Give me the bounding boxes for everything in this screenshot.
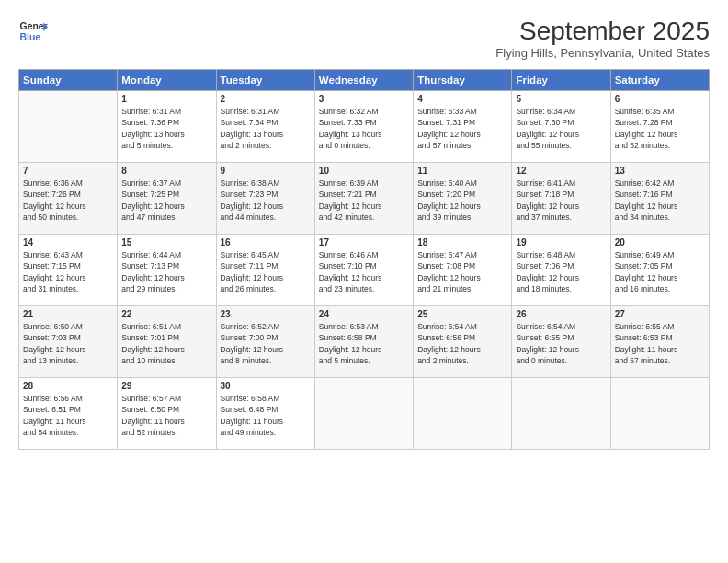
day-number: 16	[221, 237, 311, 247]
daylight-text: Daylight: 11 hoursand 57 minutes.	[615, 344, 705, 367]
title-area: September 2025 Flying Hills, Pennsylvani…	[495, 17, 710, 60]
cell-w1-d6: 13Sunrise: 6:42 AMSunset: 7:16 PMDayligh…	[610, 163, 709, 235]
day-number: 6	[615, 94, 705, 104]
daylight-text: Daylight: 12 hoursand 23 minutes.	[319, 272, 409, 295]
sunrise-text: Sunrise: 6:31 AM	[221, 106, 311, 117]
sunrise-text: Sunrise: 6:32 AM	[319, 106, 409, 117]
week-row-2: 14Sunrise: 6:43 AMSunset: 7:15 PMDayligh…	[19, 235, 710, 306]
sunrise-text: Sunrise: 6:47 AM	[417, 249, 507, 260]
day-info: Sunrise: 6:54 AMSunset: 6:55 PMDaylight:…	[516, 321, 606, 366]
day-info: Sunrise: 6:43 AMSunset: 7:15 PMDaylight:…	[23, 249, 113, 294]
day-info: Sunrise: 6:56 AMSunset: 6:51 PMDaylight:…	[23, 393, 113, 438]
cell-w0-d0	[19, 91, 118, 163]
week-row-3: 21Sunrise: 6:50 AMSunset: 7:03 PMDayligh…	[19, 306, 710, 378]
day-number: 23	[221, 309, 311, 319]
daylight-text: Daylight: 12 hoursand 31 minutes.	[23, 272, 113, 295]
sunrise-text: Sunrise: 6:52 AM	[221, 321, 311, 332]
sunset-text: Sunset: 7:05 PM	[615, 260, 705, 271]
daylight-text: Daylight: 12 hoursand 37 minutes.	[516, 201, 606, 224]
week-row-4: 28Sunrise: 6:56 AMSunset: 6:51 PMDayligh…	[19, 378, 710, 450]
sunrise-text: Sunrise: 6:43 AM	[23, 249, 113, 260]
cell-w3-d3: 24Sunrise: 6:53 AMSunset: 6:58 PMDayligh…	[314, 306, 413, 378]
day-info: Sunrise: 6:53 AMSunset: 6:58 PMDaylight:…	[319, 321, 409, 366]
daylight-text: Daylight: 11 hoursand 54 minutes.	[23, 416, 113, 439]
day-info: Sunrise: 6:49 AMSunset: 7:05 PMDaylight:…	[615, 249, 705, 294]
day-info: Sunrise: 6:37 AMSunset: 7:25 PMDaylight:…	[121, 178, 211, 223]
daylight-text: Daylight: 13 hoursand 5 minutes.	[121, 129, 211, 152]
cell-w3-d2: 23Sunrise: 6:52 AMSunset: 7:00 PMDayligh…	[216, 306, 314, 378]
header-friday: Friday	[512, 70, 610, 91]
sunrise-text: Sunrise: 6:46 AM	[319, 249, 409, 260]
sunrise-text: Sunrise: 6:41 AM	[516, 178, 606, 189]
day-number: 2	[221, 94, 311, 104]
header-thursday: Thursday	[414, 70, 512, 91]
cell-w3-d0: 21Sunrise: 6:50 AMSunset: 7:03 PMDayligh…	[19, 306, 118, 378]
cell-w4-d1: 29Sunrise: 6:57 AMSunset: 6:50 PMDayligh…	[118, 378, 216, 450]
sunrise-text: Sunrise: 6:38 AM	[221, 178, 311, 189]
cell-w2-d1: 15Sunrise: 6:44 AMSunset: 7:13 PMDayligh…	[118, 235, 216, 306]
sunset-text: Sunset: 7:20 PM	[417, 189, 507, 200]
daylight-text: Daylight: 12 hoursand 2 minutes.	[417, 344, 507, 367]
daylight-text: Daylight: 12 hoursand 57 minutes.	[417, 129, 507, 152]
sunrise-text: Sunrise: 6:51 AM	[121, 321, 211, 332]
cell-w0-d6: 6Sunrise: 6:35 AMSunset: 7:28 PMDaylight…	[610, 91, 709, 163]
sunset-text: Sunset: 7:08 PM	[417, 260, 507, 271]
sunset-text: Sunset: 6:58 PM	[319, 332, 409, 343]
day-info: Sunrise: 6:34 AMSunset: 7:30 PMDaylight:…	[516, 106, 606, 151]
day-number: 13	[615, 166, 705, 176]
day-number: 22	[121, 309, 211, 319]
sunset-text: Sunset: 7:03 PM	[23, 332, 113, 343]
day-info: Sunrise: 6:32 AMSunset: 7:33 PMDaylight:…	[319, 106, 409, 151]
sunset-text: Sunset: 7:01 PM	[121, 332, 211, 343]
daylight-text: Daylight: 12 hoursand 42 minutes.	[319, 201, 409, 224]
cell-w3-d6: 27Sunrise: 6:55 AMSunset: 6:53 PMDayligh…	[610, 306, 709, 378]
daylight-text: Daylight: 13 hoursand 2 minutes.	[221, 129, 311, 152]
sunrise-text: Sunrise: 6:45 AM	[221, 249, 311, 260]
sunset-text: Sunset: 6:50 PM	[121, 404, 211, 415]
sunset-text: Sunset: 6:53 PM	[615, 332, 705, 343]
header: General Blue September 2025 Flying Hills…	[18, 17, 710, 60]
daylight-text: Daylight: 12 hoursand 16 minutes.	[615, 272, 705, 295]
daylight-text: Daylight: 12 hoursand 26 minutes.	[221, 272, 311, 295]
sunrise-text: Sunrise: 6:34 AM	[516, 106, 606, 117]
day-info: Sunrise: 6:33 AMSunset: 7:31 PMDaylight:…	[417, 106, 507, 151]
sunset-text: Sunset: 7:23 PM	[221, 189, 311, 200]
cell-w1-d1: 8Sunrise: 6:37 AMSunset: 7:25 PMDaylight…	[118, 163, 216, 235]
sunrise-text: Sunrise: 6:54 AM	[417, 321, 507, 332]
calendar-table: Sunday Monday Tuesday Wednesday Thursday…	[18, 69, 710, 450]
sunset-text: Sunset: 7:13 PM	[121, 260, 211, 271]
daylight-text: Daylight: 12 hoursand 52 minutes.	[615, 129, 705, 152]
sunrise-text: Sunrise: 6:37 AM	[121, 178, 211, 189]
cell-w0-d5: 5Sunrise: 6:34 AMSunset: 7:30 PMDaylight…	[512, 91, 610, 163]
day-info: Sunrise: 6:41 AMSunset: 7:18 PMDaylight:…	[516, 178, 606, 223]
sunrise-text: Sunrise: 6:40 AM	[417, 178, 507, 189]
header-saturday: Saturday	[610, 70, 709, 91]
sunrise-text: Sunrise: 6:44 AM	[121, 249, 211, 260]
day-info: Sunrise: 6:57 AMSunset: 6:50 PMDaylight:…	[121, 393, 211, 438]
cell-w4-d3	[314, 378, 413, 450]
cell-w4-d6	[610, 378, 709, 450]
sunrise-text: Sunrise: 6:31 AM	[121, 106, 211, 117]
cell-w3-d1: 22Sunrise: 6:51 AMSunset: 7:01 PMDayligh…	[118, 306, 216, 378]
cell-w0-d4: 4Sunrise: 6:33 AMSunset: 7:31 PMDaylight…	[414, 91, 512, 163]
day-info: Sunrise: 6:38 AMSunset: 7:23 PMDaylight:…	[221, 178, 311, 223]
cell-w3-d4: 25Sunrise: 6:54 AMSunset: 6:56 PMDayligh…	[414, 306, 512, 378]
day-info: Sunrise: 6:50 AMSunset: 7:03 PMDaylight:…	[23, 321, 113, 366]
cell-w1-d5: 12Sunrise: 6:41 AMSunset: 7:18 PMDayligh…	[512, 163, 610, 235]
logo-icon: General Blue	[18, 17, 48, 46]
daylight-text: Daylight: 12 hoursand 44 minutes.	[221, 201, 311, 224]
day-number: 27	[615, 309, 705, 319]
daylight-text: Daylight: 13 hoursand 0 minutes.	[319, 129, 409, 152]
day-number: 15	[121, 237, 211, 247]
day-info: Sunrise: 6:58 AMSunset: 6:48 PMDaylight:…	[221, 393, 311, 438]
cell-w2-d0: 14Sunrise: 6:43 AMSunset: 7:15 PMDayligh…	[19, 235, 118, 306]
cell-w1-d2: 9Sunrise: 6:38 AMSunset: 7:23 PMDaylight…	[216, 163, 314, 235]
sunrise-text: Sunrise: 6:48 AM	[516, 249, 606, 260]
day-number: 29	[121, 381, 211, 391]
cell-w3-d5: 26Sunrise: 6:54 AMSunset: 6:55 PMDayligh…	[512, 306, 610, 378]
cell-w1-d0: 7Sunrise: 6:36 AMSunset: 7:26 PMDaylight…	[19, 163, 118, 235]
day-info: Sunrise: 6:39 AMSunset: 7:21 PMDaylight:…	[319, 178, 409, 223]
logo: General Blue	[18, 17, 48, 46]
day-number: 14	[23, 237, 113, 247]
sunset-text: Sunset: 7:11 PM	[221, 260, 311, 271]
